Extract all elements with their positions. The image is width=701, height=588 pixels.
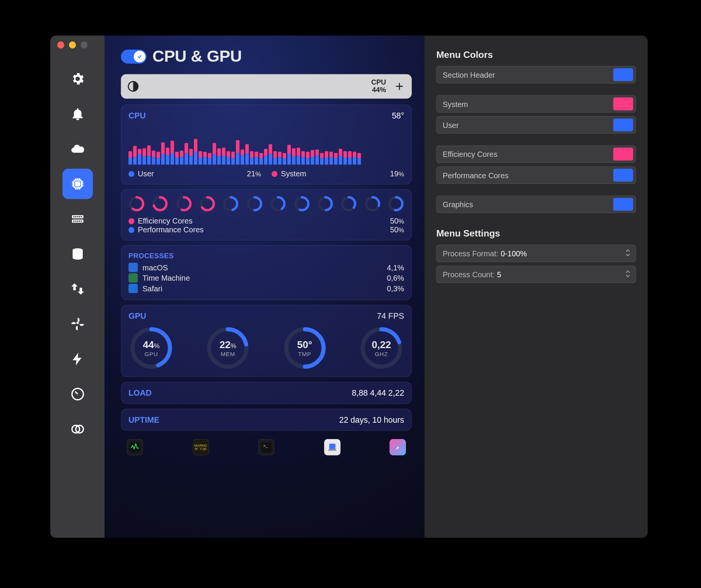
bolt-icon: [70, 352, 85, 367]
color-label: Performance Cores: [443, 171, 509, 179]
bell-icon: [70, 106, 85, 121]
memory-icon: [70, 211, 85, 227]
app-icon: [128, 273, 138, 283]
minimize-button[interactable]: [69, 42, 76, 48]
sidebar-item-network[interactable]: [62, 274, 93, 304]
app-terminal[interactable]: >_: [258, 439, 275, 455]
load-card: LOAD8,88 4,44 2,22: [121, 382, 411, 404]
app-marked[interactable]: MARKDN° 7:26: [192, 439, 209, 455]
uptime-card: UPTIME22 days, 10 hours: [121, 409, 411, 431]
cpu-card: CPU 58° User 21% System 19%: [121, 104, 411, 184]
color-swatch[interactable]: [613, 198, 633, 211]
system-pct: 19%: [390, 169, 404, 178]
color-row: Efficiency Cores: [436, 145, 636, 163]
fan-icon: [70, 316, 85, 332]
add-widget-button[interactable]: +: [393, 78, 406, 94]
core-ring: [317, 196, 333, 212]
check-icon: [136, 53, 144, 61]
process-row: Safari0,3%: [128, 283, 404, 294]
sidebar-item-notifications[interactable]: [62, 99, 93, 129]
core-ring: [388, 196, 404, 212]
processes-card: PROCESSES macOS4,1%Time Machine0,6%Safar…: [121, 245, 411, 300]
svg-rect-13: [80, 220, 82, 222]
svg-rect-12: [78, 220, 80, 222]
sidebar-item-settings[interactable]: [62, 64, 93, 94]
menu-colors-heading: Menu Colors: [436, 50, 636, 60]
svg-rect-5: [75, 216, 76, 217]
color-label: Graphics: [443, 200, 473, 209]
process-count-select[interactable]: Process Count: 5: [436, 266, 636, 283]
rings-icon: [70, 422, 85, 437]
performance-label: Performance Cores: [138, 225, 204, 234]
window-controls: [57, 42, 88, 48]
process-row: macOS4,1%: [128, 262, 404, 273]
cloud-icon: [70, 141, 85, 157]
app-window: CPU & GPU CPU 44% + CPU 58° User 21%: [50, 36, 648, 538]
color-swatch[interactable]: [613, 169, 633, 182]
color-label: Section Header: [443, 70, 495, 79]
close-button[interactable]: [57, 42, 64, 48]
cores-card: Efficiency Cores50% Performance Cores50%: [121, 189, 411, 241]
gpu-gauge: 22%MEM: [205, 325, 251, 371]
dot-icon: [128, 227, 134, 233]
sidebar-item-weather[interactable]: [62, 134, 93, 164]
sidebar-item-memory[interactable]: [62, 204, 93, 234]
app-icon: [128, 284, 138, 293]
sidebar-item-combined[interactable]: [62, 414, 93, 444]
app-system-info[interactable]: [324, 439, 340, 455]
page-title: CPU & GPU: [152, 47, 242, 66]
app-activity-monitor[interactable]: [127, 439, 143, 455]
load-label: LOAD: [128, 388, 152, 398]
uptime-label: UPTIME: [128, 415, 159, 425]
color-row: System: [436, 95, 636, 113]
header-stat: CPU 44%: [371, 79, 386, 94]
arrows-icon: [70, 281, 85, 297]
module-toggle[interactable]: [121, 50, 146, 64]
color-row: Graphics: [436, 196, 636, 213]
color-swatch[interactable]: [613, 97, 633, 110]
core-ring: [341, 196, 357, 212]
core-ring: [199, 196, 216, 212]
gear-icon: [70, 71, 85, 86]
chevron-updown-icon: [625, 269, 631, 279]
svg-rect-10: [75, 220, 76, 222]
svg-rect-55: [329, 444, 335, 449]
core-ring: [128, 196, 145, 212]
dot-icon: [272, 171, 277, 176]
user-pct: 21%: [247, 169, 261, 178]
menubar-preview: CPU 44% +: [121, 74, 411, 99]
gpu-fps: 74 FPS: [377, 311, 404, 321]
process-format-select[interactable]: Process Format: 0-100%: [436, 244, 636, 262]
gpu-gauge: 44%GPU: [128, 325, 174, 371]
dot-icon: [128, 218, 134, 224]
svg-rect-7: [78, 216, 80, 217]
gpu-gauge: 0,22GHZ: [359, 325, 404, 371]
menu-settings-heading: Menu Settings: [436, 228, 636, 239]
sidebar-item-disk[interactable]: [62, 239, 93, 269]
color-label: Efficiency Cores: [443, 150, 498, 158]
chevron-updown-icon: [625, 248, 631, 258]
sidebar-item-battery[interactable]: [62, 344, 93, 374]
gauge-icon: [70, 387, 85, 402]
disk-icon: [70, 246, 85, 262]
sidebar-item-gauge[interactable]: [62, 379, 93, 409]
sidebar-item-sensors[interactable]: [62, 309, 93, 339]
color-label: User: [443, 121, 459, 129]
app-icon: [128, 263, 138, 272]
process-row: Time Machine0,6%: [128, 273, 404, 283]
sidebar-item-cpu[interactable]: [62, 169, 93, 199]
svg-rect-6: [77, 216, 78, 217]
cpu-history-chart: [128, 129, 404, 165]
svg-rect-11: [77, 220, 78, 222]
color-swatch[interactable]: [613, 68, 633, 81]
color-swatch[interactable]: [613, 148, 633, 161]
color-row: User: [436, 116, 636, 134]
app-cleaner[interactable]: [390, 439, 406, 455]
gpu-label: GPU: [128, 311, 146, 321]
chip-icon: [70, 176, 85, 192]
color-swatch[interactable]: [613, 118, 633, 131]
gpu-card: GPU 74 FPS 44%GPU22%MEM50°TMP0,22GHZ: [121, 305, 411, 377]
zoom-button[interactable]: [81, 42, 88, 48]
svg-point-15: [72, 388, 83, 400]
core-ring: [176, 196, 192, 212]
